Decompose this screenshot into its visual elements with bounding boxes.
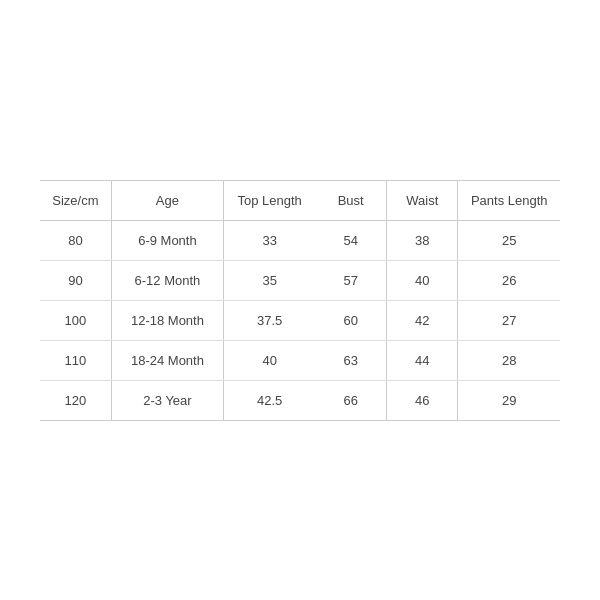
cell-age: 12-18 Month	[111, 300, 223, 340]
header-age: Age	[111, 180, 223, 220]
cell-waist: 46	[387, 380, 458, 420]
table-row: 11018-24 Month40634428	[40, 340, 560, 380]
cell-bust: 54	[315, 220, 386, 260]
cell-waist: 42	[387, 300, 458, 340]
cell-size: 110	[40, 340, 111, 380]
table-header-row: Size/cm Age Top Length Bust Waist Pants …	[40, 180, 560, 220]
cell-waist: 38	[387, 220, 458, 260]
cell-top-length: 35	[224, 260, 316, 300]
cell-bust: 63	[315, 340, 386, 380]
cell-age: 2-3 Year	[111, 380, 223, 420]
cell-age: 6-12 Month	[111, 260, 223, 300]
cell-size: 80	[40, 220, 111, 260]
table-row: 806-9 Month33543825	[40, 220, 560, 260]
cell-waist: 44	[387, 340, 458, 380]
cell-age: 6-9 Month	[111, 220, 223, 260]
cell-pants-length: 29	[458, 380, 560, 420]
header-bust: Bust	[315, 180, 386, 220]
header-top-length: Top Length	[224, 180, 316, 220]
cell-waist: 40	[387, 260, 458, 300]
cell-top-length: 33	[224, 220, 316, 260]
cell-age: 18-24 Month	[111, 340, 223, 380]
size-chart-table: Size/cm Age Top Length Bust Waist Pants …	[40, 180, 560, 421]
cell-top-length: 42.5	[224, 380, 316, 420]
cell-size: 120	[40, 380, 111, 420]
header-waist: Waist	[387, 180, 458, 220]
cell-bust: 57	[315, 260, 386, 300]
cell-bust: 60	[315, 300, 386, 340]
table-row: 10012-18 Month37.5604227	[40, 300, 560, 340]
cell-pants-length: 28	[458, 340, 560, 380]
cell-size: 90	[40, 260, 111, 300]
cell-pants-length: 27	[458, 300, 560, 340]
header-pants-length: Pants Length	[458, 180, 560, 220]
cell-top-length: 37.5	[224, 300, 316, 340]
header-size: Size/cm	[40, 180, 111, 220]
cell-bust: 66	[315, 380, 386, 420]
table-row: 906-12 Month35574026	[40, 260, 560, 300]
table-row: 1202-3 Year42.5664629	[40, 380, 560, 420]
cell-top-length: 40	[224, 340, 316, 380]
cell-size: 100	[40, 300, 111, 340]
cell-pants-length: 26	[458, 260, 560, 300]
size-chart-container: Size/cm Age Top Length Bust Waist Pants …	[40, 180, 560, 421]
cell-pants-length: 25	[458, 220, 560, 260]
